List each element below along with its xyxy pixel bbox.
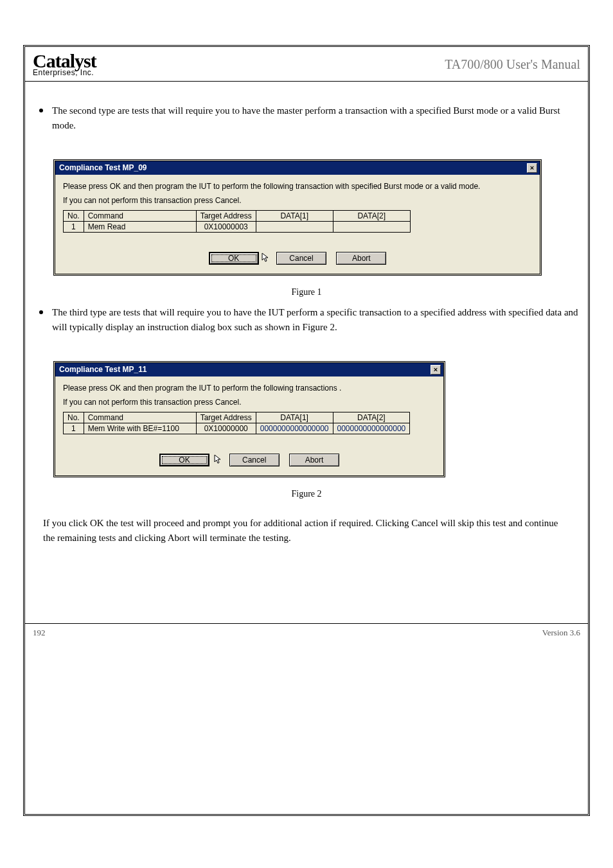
- button-row: OK Cancel Abort: [63, 251, 532, 265]
- col-target: Target Address: [196, 412, 256, 423]
- button-row: OK Cancel Abort: [63, 452, 436, 466]
- abort-button[interactable]: Abort: [289, 454, 339, 466]
- table-row: 1 Mem Read 0X10000003: [64, 222, 411, 233]
- col-no: No.: [64, 412, 84, 423]
- figure-2-wrap: Compliance Test MP_11 × Please press OK …: [53, 361, 579, 478]
- col-data1: DATA[1]: [256, 211, 333, 222]
- cell-command: Mem Write with BE#=1100: [84, 423, 196, 434]
- col-command: Command: [84, 412, 196, 423]
- transaction-table: No. Command Target Address DATA[1] DATA[…: [63, 210, 411, 233]
- page-body: The second type are tests that will requ…: [25, 82, 588, 546]
- cell-no: 1: [64, 222, 84, 233]
- bullet-icon: [39, 310, 43, 314]
- dialog-message-line1: Please press OK and then program the IUT…: [63, 181, 532, 192]
- table-header-row: No. Command Target Address DATA[1] DATA[…: [64, 412, 410, 423]
- bullet-icon: [39, 109, 43, 112]
- figure-2-label: Figure 2: [34, 489, 579, 499]
- cancel-button[interactable]: Cancel: [229, 454, 280, 466]
- dialog-title: Compliance Test MP_11: [59, 365, 147, 374]
- cell-target: 0X10000003: [196, 222, 256, 233]
- col-target: Target Address: [196, 211, 256, 222]
- col-data1: DATA[1]: [256, 412, 333, 423]
- dialog-mp11: Compliance Test MP_11 × Please press OK …: [53, 361, 445, 478]
- cursor-icon: [214, 454, 223, 465]
- dialog-body: Please press OK and then program the IUT…: [55, 376, 443, 476]
- figure-1-wrap: Compliance Test MP_09 × Please press OK …: [53, 159, 579, 276]
- cell-data2: [333, 222, 410, 233]
- cell-target: 0X10000000: [196, 423, 256, 434]
- page-number: 192: [33, 628, 46, 638]
- version-label: Version 3.6: [542, 628, 580, 638]
- logo-sub-text: Enterprises, Inc.: [33, 68, 132, 77]
- close-icon[interactable]: ×: [527, 163, 537, 173]
- logo-main-text: Catalyst: [33, 52, 132, 69]
- dialog-titlebar: Compliance Test MP_11 ×: [55, 363, 443, 376]
- bullet-item: The second type are tests that will requ…: [34, 103, 579, 134]
- dialog-message-line2: If you can not perform this transaction …: [63, 397, 436, 408]
- dialog-message-line1: Please press OK and then program the IUT…: [63, 383, 436, 394]
- cursor-icon: [262, 252, 271, 263]
- page-header: Catalyst Enterprises, Inc. TA700/800 Use…: [25, 47, 588, 82]
- table-header-row: No. Command Target Address DATA[1] DATA[…: [64, 211, 411, 222]
- col-data2: DATA[2]: [333, 412, 410, 423]
- col-no: No.: [64, 211, 84, 222]
- ok-button[interactable]: OK: [209, 252, 259, 265]
- ok-button[interactable]: OK: [159, 454, 209, 466]
- dialog-titlebar: Compliance Test MP_09 ×: [55, 161, 540, 175]
- cell-data1: 0000000000000000: [256, 423, 333, 434]
- bullet-item: The third type are tests that will requi…: [34, 305, 579, 335]
- table-row: 1 Mem Write with BE#=1100 0X10000000 000…: [64, 423, 410, 434]
- col-data2: DATA[2]: [333, 211, 410, 222]
- figure-1-label: Figure 1: [34, 287, 579, 297]
- col-command: Command: [84, 211, 196, 222]
- bullet-text: The third type are tests that will requi…: [52, 305, 579, 335]
- dialog-title: Compliance Test MP_09: [59, 163, 147, 172]
- dialog-body: Please press OK and then program the IUT…: [55, 175, 540, 274]
- cell-no: 1: [64, 423, 84, 434]
- abort-button[interactable]: Abort: [336, 252, 386, 265]
- cell-data2: 0000000000000000: [333, 423, 410, 434]
- doc-title: TA700/800 User's Manual: [141, 47, 588, 81]
- cancel-button[interactable]: Cancel: [276, 252, 326, 265]
- transaction-table: No. Command Target Address DATA[1] DATA[…: [63, 412, 410, 434]
- bullet-text: The second type are tests that will requ…: [52, 103, 579, 134]
- cell-command: Mem Read: [84, 222, 196, 233]
- dialog-message-line2: If you can not perform this transaction …: [63, 195, 532, 206]
- closing-paragraph: If you click OK the test will proceed an…: [43, 516, 570, 546]
- close-icon[interactable]: ×: [431, 365, 441, 375]
- cell-data1: [256, 222, 333, 233]
- dialog-mp09: Compliance Test MP_09 × Please press OK …: [53, 159, 542, 276]
- page-footer: 192 Version 3.6: [25, 623, 588, 638]
- logo-block: Catalyst Enterprises, Inc.: [25, 47, 141, 81]
- page-frame: Catalyst Enterprises, Inc. TA700/800 Use…: [23, 45, 590, 816]
